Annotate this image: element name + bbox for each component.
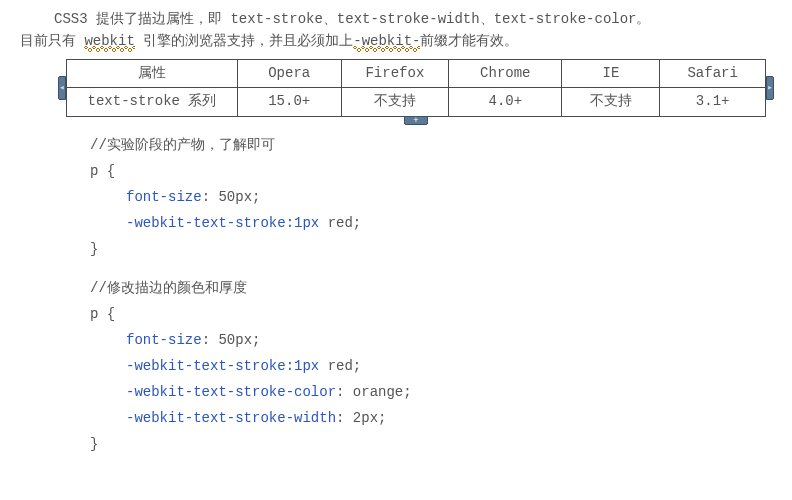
code2-selector: p {: [90, 302, 740, 328]
css-prop: -webkit-text-stroke-color: [126, 384, 336, 401]
intro-line2-e: 前缀才能有效。: [420, 33, 518, 49]
css-val: : 50px;: [202, 189, 261, 205]
compat-table-wrap: ◂ ▸ + 属性 Opera Firefox Chrome IE Safari …: [66, 59, 766, 117]
intro-line2-a: 目前只有: [20, 33, 84, 49]
td-opera: 15.0+: [237, 88, 341, 117]
css-val: red;: [319, 215, 361, 231]
css-prop: font-size: [126, 189, 202, 205]
th-chrome: Chrome: [449, 59, 562, 88]
th-safari: Safari: [660, 59, 766, 88]
code2-comment: //修改描边的颜色和厚度: [90, 276, 740, 302]
td-property: text-stroke 系列: [67, 88, 238, 117]
css-val: : 2px;: [336, 410, 386, 426]
td-firefox: 不支持: [341, 88, 449, 117]
css-prop: -webkit-text-stroke-width: [126, 410, 336, 427]
intro-paragraph: CSS3 提供了描边属性，即 text-stroke、text-stroke-w…: [20, 8, 740, 53]
code1-line2: -webkit-text-stroke:1px red;: [90, 211, 740, 237]
table-handle-left[interactable]: ◂: [58, 76, 66, 100]
table-handle-right[interactable]: ▸: [766, 76, 774, 100]
code2-line1: font-size: 50px;: [90, 328, 740, 354]
intro-line1-b: text-stroke、text-stroke-width、text-strok…: [230, 11, 636, 27]
td-safari: 3.1+: [660, 88, 766, 117]
code2-line2: -webkit-text-stroke:1px red;: [90, 354, 740, 380]
intro-line2-b: webkit: [84, 33, 134, 52]
css-prop: -webkit-text-stroke:1px: [126, 215, 319, 232]
document-page: CSS3 提供了描边属性，即 text-stroke、text-stroke-w…: [0, 0, 760, 478]
table-handle-bottom[interactable]: +: [404, 116, 428, 125]
intro-line1-c: 。: [636, 11, 650, 27]
intro-line1-a: CSS3 提供了描边属性，即: [20, 11, 230, 27]
code-block-1: //实验阶段的产物，了解即可 p { font-size: 50px; -web…: [90, 133, 740, 262]
code2-close: }: [90, 432, 740, 458]
code1-line1: font-size: 50px;: [90, 185, 740, 211]
td-chrome: 4.0+: [449, 88, 562, 117]
table-header-row: 属性 Opera Firefox Chrome IE Safari: [67, 59, 766, 88]
css-val: : 50px;: [202, 332, 261, 348]
code2-line3: -webkit-text-stroke-color: orange;: [90, 380, 740, 406]
css-val: : orange;: [336, 384, 412, 400]
css-val: red;: [319, 358, 361, 374]
code2-line4: -webkit-text-stroke-width: 2px;: [90, 406, 740, 432]
compat-table: 属性 Opera Firefox Chrome IE Safari text-s…: [66, 59, 766, 117]
spacer: [20, 262, 740, 276]
code-block-2: //修改描边的颜色和厚度 p { font-size: 50px; -webki…: [90, 276, 740, 457]
code1-selector: p {: [90, 159, 740, 185]
th-firefox: Firefox: [341, 59, 449, 88]
code1-close: }: [90, 237, 740, 263]
th-ie: IE: [562, 59, 660, 88]
th-opera: Opera: [237, 59, 341, 88]
intro-line2-c: 引擎的浏览器支持，并且必须加上: [135, 33, 353, 49]
css-prop: -webkit-text-stroke:1px: [126, 358, 319, 375]
intro-line2-d: -webkit-: [353, 33, 420, 52]
td-ie: 不支持: [562, 88, 660, 117]
table-row: text-stroke 系列 15.0+ 不支持 4.0+ 不支持 3.1+: [67, 88, 766, 117]
code1-comment: //实验阶段的产物，了解即可: [90, 133, 740, 159]
css-prop: font-size: [126, 332, 202, 348]
th-property: 属性: [67, 59, 238, 88]
